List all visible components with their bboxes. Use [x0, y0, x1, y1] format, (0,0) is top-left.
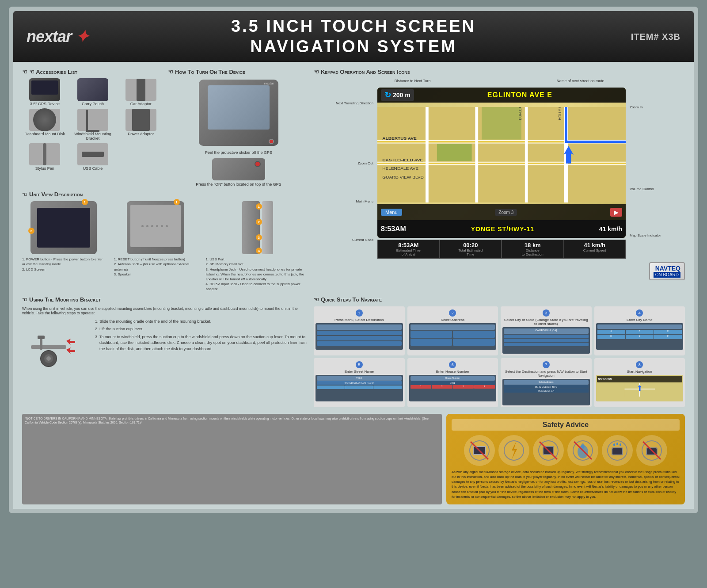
step-2: 2 Select Address — [407, 306, 498, 355]
step-label-3: Select City or State (Change State if yo… — [502, 318, 590, 326]
dot-1-front: 1 — [82, 199, 88, 205]
accessory-gps: 3.5" GPS Device — [22, 79, 68, 106]
quicksteps-section: ☜ Quick Steps to Navigate 1 Press Menu, … — [314, 296, 685, 407]
navteq-text: NAVTEQ — [654, 265, 680, 272]
safety-icon-4 — [567, 435, 598, 466]
step-num-3: 3 — [543, 309, 550, 317]
side-devices-row: 1 2 3 4 — [242, 201, 273, 254]
accessories-title: ☜ ☜ Accessories List — [22, 69, 163, 75]
device-side-image: 1 2 3 4 — [242, 201, 260, 254]
device-side-2 — [262, 201, 273, 254]
volume-button[interactable]: ▶ — [610, 208, 622, 217]
dot-2-side: 2 — [256, 219, 262, 225]
step-label-5: Enter Street Name — [315, 370, 403, 374]
item-number: ITEM# X3B — [631, 31, 680, 42]
power-adaptor-image — [125, 109, 156, 131]
dot-4-side: 4 — [256, 248, 262, 254]
device-front-image: 1 2 — [30, 201, 97, 254]
map-bottom-street: YONGE ST/HWY-11 — [471, 225, 534, 233]
step-label-1: Press Menu, Select Destination — [315, 318, 403, 322]
keypad-label: Keypad Operation and Screen Icons — [321, 69, 410, 75]
back-item-1: 1. RESET button (if unit freezes press b… — [114, 257, 197, 262]
svg-rect-22 — [31, 345, 66, 349]
accessories-label: ☜ Accessories List — [29, 69, 77, 75]
header: nextar ✦ 3.5 INCH TOUCH SCREEN NAVIGATIO… — [13, 11, 694, 62]
safety-icon-1 — [464, 435, 495, 466]
stat-speed-label: Current Speed — [565, 248, 625, 252]
hand-icon: ☜ — [22, 69, 27, 75]
device-side-container: 1 2 3 4 1. USB Port 2. SD Memory Card sl… — [205, 201, 309, 291]
stat-time: 8:53AM Estimated Timeof Arrival — [377, 240, 440, 259]
keypad-section: ☜ Keypad Operation and Screen Icons Dist… — [314, 69, 685, 291]
scale-label: Map Scale Indicator — [630, 233, 685, 237]
mounting-steps-list: Slide the mounting cradle onto the end o… — [93, 319, 309, 352]
stylus-image — [29, 143, 60, 165]
svg-text:GUARD VIEW BLVD: GUARD VIEW BLVD — [382, 175, 424, 179]
front-item-2: 2. LCD Screen — [22, 267, 105, 272]
svg-point-47 — [613, 443, 615, 446]
step-7: 7 Select the Destination and press NAV b… — [501, 358, 592, 407]
stat-speed-value: 41 km/h — [565, 242, 625, 248]
steps-row-2: 5 Enter Street Name YOLO WORLD COLORADO … — [314, 358, 685, 407]
back-item-2: 2. Antenna Jack – (for use with optional… — [114, 262, 197, 271]
accessory-car-adaptor: Car Adaptor — [118, 79, 163, 106]
step-8: 8 Start Navigation NAVIGATION — [594, 358, 685, 407]
step-4: 4 Enter City Name A B C D E F — [594, 306, 685, 355]
accessories-section: ☜ ☜ Accessories List 3.5" GPS Device Car… — [22, 69, 163, 187]
back-speaker-grid — [130, 205, 181, 247]
svg-rect-9 — [437, 144, 472, 161]
unit-view-section: ☜ Unit View Description 1 2 1. POWER but… — [22, 191, 309, 291]
main-menu-label: Main Menu — [314, 199, 373, 203]
map-roads-svg: ALBERTUS AVE CASTLEFIELD AVE HELENDALE A… — [377, 107, 626, 202]
street-name-display: EGLINTON AVE E — [418, 91, 622, 99]
safety-box: Safety Advice — [446, 414, 685, 505]
svg-rect-24 — [38, 336, 45, 339]
usb-cable-label: USB Cable — [83, 166, 103, 171]
map-with-labels: Next Traveling Direction Zoom Out Main M… — [314, 84, 685, 259]
svg-rect-10 — [482, 107, 521, 140]
menu-button[interactable]: Menu — [381, 209, 402, 216]
mounting-hand-icon: ☜ — [22, 296, 27, 303]
step-num-1: 1 — [356, 309, 363, 317]
zoom-out-label: Zoom Out — [314, 161, 373, 165]
side-item-1: 1. USB Port — [205, 257, 309, 262]
stat-time-value: 8:53AM — [379, 242, 438, 248]
svg-marker-35 — [512, 442, 517, 459]
accessory-windshield-bracket: Windshield Mounting Bracket — [70, 109, 116, 141]
stat-total-time: 00:20 Total EstimatedTime — [440, 240, 502, 259]
device-back-container: 1 1. RESET button (if unit freezes press… — [114, 201, 197, 277]
on-board-text: ON BOARD — [654, 272, 680, 278]
svg-marker-29 — [66, 347, 75, 354]
step-label-7: Select the Destination and press NAV but… — [502, 370, 590, 378]
howto-label: How To Turn On the Device — [175, 69, 245, 75]
step-screen-4: A B C D E F — [596, 323, 684, 350]
step-label-4: Enter City Name — [596, 318, 684, 322]
accessory-dash-mount: Dashboard Mount Disk — [22, 109, 68, 141]
quicksteps-hand-icon: ☜ — [314, 296, 319, 303]
turn-arrow-icon: ↻ — [384, 90, 391, 100]
navteq-badge: NAVTEQ ON BOARD — [649, 262, 685, 280]
car-adaptor-label: Car Adaptor — [130, 102, 152, 106]
accessory-power-adaptor: Power Adaptor — [118, 109, 163, 141]
step-1: 1 Press Menu, Select Destination — [314, 306, 405, 355]
step-num-4: 4 — [636, 309, 643, 317]
svg-point-48 — [616, 443, 618, 445]
safety-icon-6 — [636, 435, 667, 466]
accessory-stylus: Stylus Pen — [22, 143, 68, 171]
howto-step2: Press the "ON" button located on top of … — [168, 182, 309, 187]
mounting-svg — [22, 319, 84, 372]
front-desc: 1. POWER button - Press the power button… — [22, 257, 105, 272]
howto-hand-icon: ☜ — [168, 69, 173, 75]
safety-icons-row — [452, 435, 680, 466]
windshield-label: Windshield Mounting Bracket — [70, 132, 116, 141]
title-line1: 3.5 INCH TOUCH SCREEN — [231, 16, 476, 37]
stat-total-label: Total EstimatedTime — [441, 248, 501, 256]
dot-2-front: 2 — [28, 228, 34, 234]
map-menu-bar: Menu Zoom 3 ▶ — [377, 204, 626, 220]
power-button-indicator — [269, 139, 274, 144]
pouch-label: Carry Pouch — [82, 102, 104, 106]
map-right-labels: Zoom In Volume Control Map Scale Indicat… — [627, 84, 685, 259]
accessories-grid: 3.5" GPS Device Carry Pouch Car Adaptor — [22, 79, 163, 171]
svg-text:DUPLEX AVE: DUPLEX AVE — [517, 107, 522, 120]
map-display: ↻ 200 m EGLINTON AVE E — [377, 88, 626, 238]
